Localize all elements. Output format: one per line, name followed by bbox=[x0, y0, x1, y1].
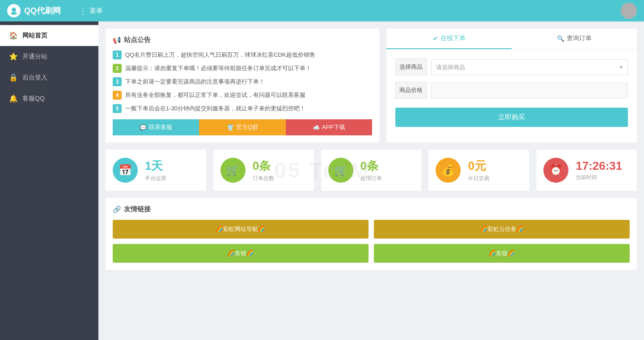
menu-icon: ⋮ bbox=[79, 6, 87, 16]
svg-point-1 bbox=[11, 12, 17, 15]
app-download-button[interactable]: ☁️ APP下载 bbox=[286, 119, 372, 135]
contact-support-button[interactable]: 💬 联系客服 bbox=[113, 119, 199, 135]
order-panel: ✔ 在线下单 🔍 查询订单 选择商品 请选择商品 bbox=[386, 29, 637, 143]
notice-badge-5: 5 bbox=[113, 104, 122, 113]
price-label: 商品价格 bbox=[395, 82, 427, 99]
link-rainbow-nav[interactable]: 🌈彩虹网址导航🌈 bbox=[113, 220, 369, 239]
search-icon: 🔍 bbox=[557, 35, 564, 42]
sidebar-item-substation[interactable]: ⭐ 开通分站 bbox=[0, 46, 98, 67]
notice-text-4: 所有业务全部恢复，都可以正常下单，欢迎尝试，有问题可以联系客服 bbox=[125, 91, 305, 100]
stat-card-today-trade: 💰 0元 今日交易 bbox=[428, 150, 529, 191]
stat-info-time: 17:26:31 当前时间 bbox=[576, 159, 622, 181]
star-icon: ⭐ bbox=[9, 52, 18, 61]
stat-value-today-trade: 0元 bbox=[468, 158, 489, 174]
shirt-icon: 👕 bbox=[227, 124, 234, 131]
stat-value-total-orders: 0条 bbox=[253, 158, 274, 174]
clock-icon-circle: ⏰ bbox=[543, 158, 568, 183]
notice-badge-1: 1 bbox=[113, 50, 122, 59]
menu-button[interactable]: ⋮ 菜单 bbox=[79, 6, 103, 16]
sidebar-item-support[interactable]: 🔔 客服QQ bbox=[0, 88, 98, 109]
product-select-wrap[interactable]: 请选择商品 bbox=[431, 59, 628, 75]
logo: QQ代刷网 bbox=[7, 4, 61, 17]
bell-icon: 🔔 bbox=[9, 94, 18, 103]
link-friend-1[interactable]: 🌈友链🌈 bbox=[113, 244, 369, 263]
sidebar-label-support: 客服QQ bbox=[22, 95, 45, 103]
links-grid: 🌈彩虹网址导航🌈 🌈彩虹云任务🌈 🌈友链🌈 🌈友链🌈 bbox=[113, 220, 630, 263]
sidebar-item-home[interactable]: 🏠 网站首页 bbox=[0, 25, 98, 46]
logo-text: QQ代刷网 bbox=[24, 5, 61, 16]
order-form: 选择商品 请选择商品 商品价格 立即购买 bbox=[386, 50, 637, 136]
checkmark-icon: ✔ bbox=[433, 35, 438, 42]
topbar: QQ代刷网 ⋮ 菜单 bbox=[0, 0, 644, 21]
notice-badge-4: 4 bbox=[113, 91, 122, 100]
stat-label-processing: 处理订单 bbox=[360, 175, 382, 182]
lock-icon: 🔒 bbox=[9, 73, 18, 82]
stat-label-today-trade: 今日交易 bbox=[468, 175, 489, 182]
buy-button[interactable]: 立即购买 bbox=[395, 108, 628, 127]
stat-card-processing-orders: 🛒 0条 处理订单 bbox=[321, 150, 422, 191]
home-icon: 🏠 bbox=[9, 31, 18, 40]
sidebar-label-home: 网站首页 bbox=[22, 32, 47, 40]
logo-icon bbox=[7, 4, 21, 17]
qq-group-button[interactable]: 👕 官方Q群 bbox=[199, 119, 285, 135]
links-title: 🔗 友情链接 bbox=[113, 205, 630, 214]
notice-item-5: 5 一般下单后会在1-30分钟内提交到服务器，就让单子来的更猛烈些吧！ bbox=[113, 104, 372, 113]
stat-label-days: 平台运营 bbox=[145, 175, 166, 182]
stat-info-today-trade: 0元 今日交易 bbox=[468, 158, 489, 182]
links-panel: 🔗 友情链接 🌈彩虹网址导航🌈 🌈彩虹云任务🌈 🌈友链🌈 🌈友链🌈 bbox=[106, 198, 637, 270]
notice-text-5: 一般下单后会在1-30分钟内提交到服务器，就让单子来的更猛烈些吧！ bbox=[125, 104, 305, 113]
product-label: 选择商品 bbox=[395, 59, 427, 76]
cart-icon-circle-1: 🛒 bbox=[220, 158, 246, 183]
stat-label-time: 当前时间 bbox=[576, 174, 622, 181]
product-select[interactable]: 请选择商品 bbox=[431, 59, 628, 75]
notice-text-3: 下单之前请一定要看完该商品的注意事项再进行下单！ bbox=[125, 77, 265, 86]
top-section: 📢 站点公告 1 QQ名片赞日刷上万，超快空间人气日刷百万，球球冰红茶CDK超低… bbox=[106, 29, 637, 143]
stat-info-days: 1天 平台运营 bbox=[145, 158, 166, 182]
stat-value-days: 1天 bbox=[145, 158, 166, 174]
notice-item-1: 1 QQ名片赞日刷上万，超快空间人气日刷百万，球球冰红茶CDK超低价销售 bbox=[113, 50, 372, 59]
stat-card-days: 📅 1天 平台运营 bbox=[106, 150, 206, 191]
price-input[interactable] bbox=[431, 83, 628, 98]
sidebar-label-admin: 后台登入 bbox=[22, 74, 47, 82]
announcement-panel: 📢 站点公告 1 QQ名片赞日刷上万，超快空间人气日刷百万，球球冰红茶CDK超低… bbox=[106, 29, 379, 143]
product-row: 选择商品 请选择商品 bbox=[395, 59, 628, 76]
chat-icon: 💬 bbox=[140, 124, 147, 131]
stat-card-time: ⏰ 17:26:31 当前时间 bbox=[536, 150, 637, 191]
notice-item-2: 2 温馨提示：请勿重复下单哦！必须要等待前面任务订单完成才可以下单！ bbox=[113, 64, 372, 73]
user-avatar[interactable] bbox=[621, 3, 637, 19]
cart-icon-circle-2: 🛒 bbox=[328, 158, 353, 183]
notice-item-3: 3 下单之前请一定要看完该商品的注意事项再进行下单！ bbox=[113, 77, 372, 86]
tab-query-order[interactable]: 🔍 查询订单 bbox=[512, 29, 637, 49]
notice-text-2: 温馨提示：请勿重复下单哦！必须要等待前面任务订单完成才可以下单！ bbox=[125, 64, 311, 73]
price-row: 商品价格 bbox=[395, 82, 628, 99]
notice-text-1: QQ名片赞日刷上万，超快空间人气日刷百万，球球冰红茶CDK超低价销售 bbox=[125, 50, 315, 59]
stat-card-total-orders: 🛒 0条 订单总数 bbox=[213, 150, 314, 191]
main-layout: 🏠 网站首页 ⭐ 开通分站 🔒 后台登入 🔔 客服QQ 📢 站点公告 bbox=[0, 21, 644, 340]
link-friend-2[interactable]: 🌈友链🌈 bbox=[374, 244, 630, 263]
stat-label-total-orders: 订单总数 bbox=[253, 175, 274, 182]
notice-item-4: 4 所有业务全部恢复，都可以正常下单，欢迎尝试，有问题可以联系客服 bbox=[113, 91, 372, 100]
stat-info-total-orders: 0条 订单总数 bbox=[253, 158, 274, 182]
stats-row: 📅 1天 平台运营 🛒 0条 订单总数 🛒 0条 处理订单 bbox=[106, 150, 637, 191]
calendar-icon-circle: 📅 bbox=[113, 158, 138, 183]
stat-value-time: 17:26:31 bbox=[576, 159, 622, 173]
content-area: 📢 站点公告 1 QQ名片赞日刷上万，超快空间人气日刷百万，球球冰红茶CDK超低… bbox=[98, 21, 644, 340]
order-tabs: ✔ 在线下单 🔍 查询订单 bbox=[386, 29, 637, 50]
stat-info-processing: 0条 处理订单 bbox=[360, 158, 382, 182]
sidebar: 🏠 网站首页 ⭐ 开通分站 🔒 后台登入 🔔 客服QQ bbox=[0, 21, 98, 340]
notice-badge-3: 3 bbox=[113, 77, 122, 86]
stat-value-processing: 0条 bbox=[360, 158, 382, 174]
cloud-icon: ☁️ bbox=[313, 124, 320, 131]
menu-label: 菜单 bbox=[89, 7, 103, 15]
money-icon-circle: 💰 bbox=[436, 158, 461, 183]
announcement-title: 📢 站点公告 bbox=[113, 36, 372, 44]
sidebar-label-substation: 开通分站 bbox=[22, 53, 47, 61]
notice-badge-2: 2 bbox=[113, 64, 122, 73]
sidebar-item-admin[interactable]: 🔒 后台登入 bbox=[0, 67, 98, 88]
megaphone-icon: 📢 bbox=[113, 36, 121, 44]
notice-buttons: 💬 联系客服 👕 官方Q群 ☁️ APP下载 bbox=[113, 119, 372, 135]
svg-point-0 bbox=[12, 8, 16, 12]
link-icon: 🔗 bbox=[113, 206, 121, 214]
tab-place-order[interactable]: ✔ 在线下单 bbox=[386, 29, 512, 49]
link-rainbow-cloud[interactable]: 🌈彩虹云任务🌈 bbox=[374, 220, 630, 239]
